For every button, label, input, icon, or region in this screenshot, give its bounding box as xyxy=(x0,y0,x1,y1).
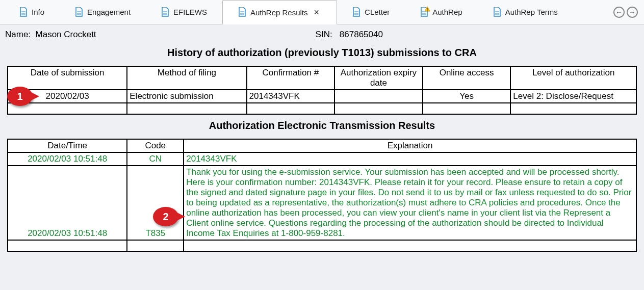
cell-explanation: Thank you for using the e-submission ser… xyxy=(184,166,636,240)
nav-arrows: ← → xyxy=(613,7,638,18)
tab-label: AuthRep xyxy=(432,8,462,16)
tab-label: Info xyxy=(32,8,44,16)
nav-back-button[interactable]: ← xyxy=(613,7,625,18)
col-online: Online access xyxy=(423,66,511,90)
cell-expiry xyxy=(334,90,423,103)
tab-label: AuthRep Terms xyxy=(505,8,558,16)
cell-code: T835 xyxy=(127,166,184,240)
callout-1: 1 xyxy=(7,87,33,106)
tab-authrep[interactable]: AuthRep xyxy=(405,0,477,24)
meta-row: Name: Mason Crockett SIN: 867865040 xyxy=(0,24,644,42)
tab-info[interactable]: Info xyxy=(4,0,60,24)
callout-2: 2 xyxy=(153,207,178,226)
sin-value: 867865040 xyxy=(340,30,383,39)
cell-online: Yes xyxy=(423,90,511,103)
doc-warning-icon xyxy=(420,7,428,17)
tab-authrep-results[interactable]: AuthRep Results × xyxy=(222,1,337,24)
close-icon[interactable]: × xyxy=(312,7,322,18)
tab-engagement[interactable]: Engagement xyxy=(60,0,146,24)
cell-conf: 2014343VFK xyxy=(247,90,335,103)
callout-number: 2 xyxy=(163,211,168,223)
cell-level: Level 2: Disclose/Request xyxy=(510,90,636,103)
col-expiry: Authorization expiry date xyxy=(334,66,423,90)
cell-datetime: 2020/02/03 10:51:48 xyxy=(8,152,127,166)
cell-explanation: 2014343VFK xyxy=(184,152,636,166)
col-date: Date of submission xyxy=(8,66,127,90)
table-row[interactable]: 2020/02/03 Electronic submission 2014343… xyxy=(8,90,636,103)
tab-authrep-terms[interactable]: AuthRep Terms xyxy=(478,0,573,24)
table-row[interactable]: 2020/02/03 10:51:48 T835 Thank you for u… xyxy=(8,166,636,240)
col-method: Method of filing xyxy=(127,66,246,90)
doc-icon xyxy=(161,7,169,17)
results-table: Date/Time Code Explanation 2020/02/03 10… xyxy=(7,139,637,252)
tab-bar: Info Engagement EFILEWS AuthRep Results … xyxy=(0,0,644,24)
table-row[interactable]: 2020/02/03 10:51:48 CN 2014343VFK xyxy=(8,152,636,166)
callout-number: 1 xyxy=(17,91,22,102)
tab-label: EFILEWS xyxy=(173,8,207,16)
nav-forward-button[interactable]: → xyxy=(627,7,638,18)
doc-icon xyxy=(75,7,83,17)
cell-method: Electronic submission xyxy=(127,90,246,103)
svg-rect-0 xyxy=(427,8,428,10)
tab-label: CLetter xyxy=(365,8,390,16)
table-row[interactable] xyxy=(8,240,636,251)
col-conf: Confirmation # xyxy=(247,66,335,90)
cell-code: CN xyxy=(127,152,184,166)
col-datetime: Date/Time xyxy=(8,139,127,152)
tab-label: Engagement xyxy=(87,8,131,16)
tab-efilews[interactable]: EFILEWS xyxy=(146,0,222,24)
name-value: Mason Crockett xyxy=(36,30,96,40)
col-code: Code xyxy=(127,139,184,152)
doc-icon xyxy=(493,7,501,17)
svg-rect-1 xyxy=(427,10,428,11)
tab-label: AuthRep Results xyxy=(250,8,308,17)
history-title: History of authorization (previously T10… xyxy=(0,47,644,59)
name-label: Name: xyxy=(5,30,31,40)
cell-datetime: 2020/02/03 10:51:48 xyxy=(8,166,127,240)
table-row[interactable] xyxy=(8,103,636,114)
results-title: Authorization Electronic Transmission Re… xyxy=(0,120,644,131)
col-explanation: Explanation xyxy=(184,139,636,152)
tab-cletter[interactable]: CLetter xyxy=(337,0,405,24)
col-level: Level of authorization xyxy=(510,66,636,90)
doc-icon xyxy=(352,7,360,17)
doc-icon xyxy=(19,7,28,17)
history-table: Date of submission Method of filing Conf… xyxy=(7,66,637,115)
doc-icon xyxy=(238,7,246,17)
sin-label: SIN: xyxy=(316,30,332,39)
